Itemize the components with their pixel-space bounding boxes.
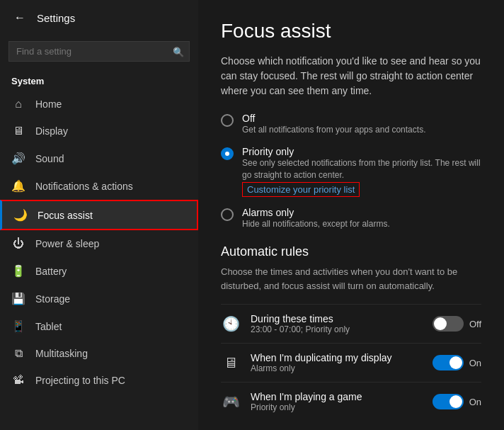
nav-label-power: Power & sleep — [35, 238, 99, 249]
radio-sub-off: Get all notifications from your apps and… — [242, 124, 425, 136]
nav-icon-home: ⌂ — [11, 98, 25, 111]
toggle-during-times[interactable] — [433, 316, 464, 332]
rule-right-playing-game: On — [433, 394, 481, 409]
sidebar-item-home[interactable]: ⌂ Home — [0, 91, 198, 118]
rules-list: 🕙 During these times 23:00 - 07:00; Prio… — [221, 304, 481, 421]
rule-item-during-times: 🕙 During these times 23:00 - 07:00; Prio… — [221, 304, 481, 343]
sidebar-item-battery[interactable]: 🔋 Battery — [0, 257, 198, 285]
nav-label-tablet: Tablet — [35, 321, 62, 332]
rule-sub-during-times: 23:00 - 07:00; Priority only — [251, 324, 350, 334]
nav-label-sound: Sound — [35, 153, 64, 164]
radio-option-alarms-only[interactable]: Alarms only Hide all notifications, exce… — [221, 207, 481, 230]
radio-sub-priority-only: See only selected notifications from the… — [242, 157, 481, 181]
sidebar-item-focus-assist[interactable]: 🌙 Focus assist — [0, 200, 198, 230]
sidebar-item-storage[interactable]: 💾 Storage — [0, 285, 198, 312]
nav-icon-multitasking: ⧉ — [11, 347, 25, 360]
toggle-knob-during-times — [434, 317, 447, 330]
rule-item-playing-game: 🎮 When I'm playing a game Priority only … — [221, 382, 481, 421]
rule-text-duplicating-display: When I'm duplicating my display Alarms o… — [251, 352, 392, 373]
intro-text: Choose which notification you'd like to … — [221, 54, 481, 98]
sidebar-item-projecting[interactable]: 📽 Projecting to this PC — [0, 367, 198, 394]
settings-title: Settings — [37, 12, 75, 24]
auto-rules-header: Automatic rules — [221, 244, 481, 259]
nav-list: ⌂ Home 🖥 Display 🔊 Sound 🔔 Notifications… — [0, 91, 198, 394]
radio-text-off: Off Get all notifications from your apps… — [242, 113, 425, 136]
system-section-label: System — [0, 67, 198, 91]
radio-text-priority-only: Priority only See only selected notifica… — [242, 146, 481, 198]
radio-option-priority-only[interactable]: Priority only See only selected notifica… — [221, 146, 481, 198]
radio-label-alarms-only: Alarms only — [242, 207, 390, 218]
nav-label-home: Home — [35, 98, 62, 110]
nav-icon-projecting: 📽 — [11, 374, 25, 387]
toggle-label-duplicating-display: On — [469, 358, 481, 368]
rule-right-during-times: Off — [433, 316, 481, 332]
rule-icon-during-times: 🕙 — [221, 315, 241, 332]
sidebar-item-power[interactable]: ⏻ Power & sleep — [0, 230, 198, 257]
auto-rules-desc: Choose the times and activities when you… — [221, 265, 481, 293]
nav-label-display: Display — [35, 125, 68, 137]
toggle-knob-playing-game — [449, 395, 462, 408]
rule-sub-playing-game: Priority only — [251, 402, 362, 412]
toggle-label-playing-game: On — [469, 397, 481, 407]
radio-circle-priority-only[interactable] — [221, 147, 234, 160]
sidebar-item-display[interactable]: 🖥 Display — [0, 118, 198, 145]
nav-label-notifications: Notifications & actions — [35, 181, 133, 192]
nav-icon-tablet: 📱 — [11, 319, 25, 333]
priority-list-link[interactable]: Customize your priority list — [242, 182, 360, 197]
page-title: Focus assist — [221, 20, 481, 43]
radio-circle-off[interactable] — [221, 114, 234, 127]
nav-icon-sound: 🔊 — [11, 152, 25, 165]
toggle-duplicating-display[interactable] — [433, 355, 464, 370]
nav-label-projecting: Projecting to this PC — [35, 375, 125, 386]
rule-title-during-times: During these times — [251, 313, 350, 324]
back-button[interactable]: ← — [11, 9, 28, 27]
rule-left-duplicating-display: 🖥 When I'm duplicating my display Alarms… — [221, 352, 392, 373]
toggle-knob-duplicating-display — [449, 356, 462, 369]
nav-icon-focus-assist: 🌙 — [13, 208, 28, 222]
search-box[interactable]: 🔍 — [8, 41, 190, 62]
radio-option-off[interactable]: Off Get all notifications from your apps… — [221, 113, 481, 136]
rule-text-during-times: During these times 23:00 - 07:00; Priori… — [251, 313, 350, 334]
toggle-playing-game[interactable] — [433, 394, 464, 409]
rule-item-duplicating-display: 🖥 When I'm duplicating my display Alarms… — [221, 343, 481, 382]
nav-icon-power: ⏻ — [11, 237, 25, 250]
nav-label-battery: Battery — [35, 266, 67, 277]
rule-text-playing-game: When I'm playing a game Priority only — [251, 391, 362, 412]
search-input[interactable] — [8, 41, 190, 62]
nav-icon-battery: 🔋 — [11, 264, 25, 278]
radio-sub-alarms-only: Hide all notifications, except for alarm… — [242, 218, 390, 230]
rule-title-playing-game: When I'm playing a game — [251, 391, 362, 402]
sidebar-header: ← Settings — [0, 0, 198, 35]
sidebar-item-multitasking[interactable]: ⧉ Multitasking — [0, 340, 198, 367]
main-content: Focus assist Choose which notification y… — [198, 0, 504, 430]
rule-left-playing-game: 🎮 When I'm playing a game Priority only — [221, 391, 362, 412]
sidebar-item-sound[interactable]: 🔊 Sound — [0, 145, 198, 172]
toggle-label-during-times: Off — [469, 319, 481, 329]
rule-icon-playing-game: 🎮 — [221, 393, 241, 410]
sidebar-item-tablet[interactable]: 📱 Tablet — [0, 312, 198, 340]
radio-circle-alarms-only[interactable] — [221, 208, 234, 221]
radio-text-alarms-only: Alarms only Hide all notifications, exce… — [242, 207, 390, 230]
back-icon: ← — [14, 11, 25, 24]
nav-icon-display: 🖥 — [11, 125, 25, 137]
rule-sub-duplicating-display: Alarms only — [251, 363, 392, 373]
nav-label-multitasking: Multitasking — [35, 348, 88, 359]
sidebar-item-notifications[interactable]: 🔔 Notifications & actions — [0, 172, 198, 200]
radio-label-off: Off — [242, 113, 425, 124]
radio-label-priority-only: Priority only — [242, 146, 481, 157]
nav-label-focus-assist: Focus assist — [38, 210, 93, 221]
search-icon: 🔍 — [173, 46, 184, 57]
notification-options: Off Get all notifications from your apps… — [221, 113, 481, 230]
rule-right-duplicating-display: On — [433, 355, 481, 370]
rule-left-during-times: 🕙 During these times 23:00 - 07:00; Prio… — [221, 313, 350, 334]
sidebar: ← Settings 🔍 System ⌂ Home 🖥 Display 🔊 S… — [0, 0, 198, 430]
nav-label-storage: Storage — [35, 293, 70, 305]
nav-icon-storage: 💾 — [11, 292, 25, 305]
rule-title-duplicating-display: When I'm duplicating my display — [251, 352, 392, 363]
nav-icon-notifications: 🔔 — [11, 179, 25, 193]
rule-icon-duplicating-display: 🖥 — [221, 355, 241, 371]
